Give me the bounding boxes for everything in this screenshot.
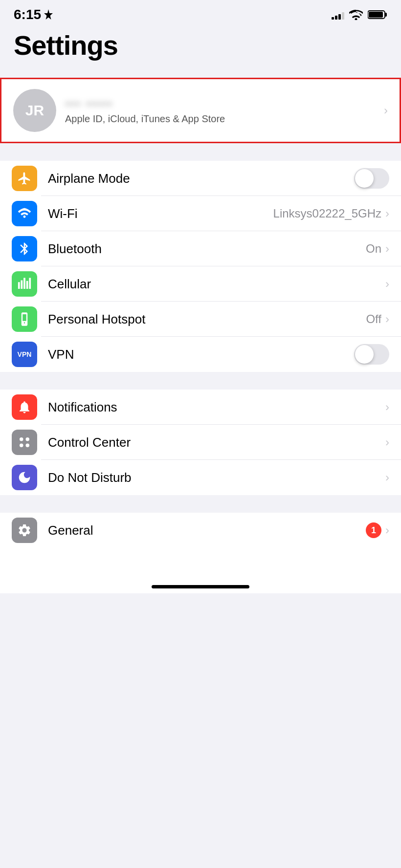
airplane-mode-icon-wrap [12,166,37,191]
control-center-label: Control Center [48,435,385,450]
control-center-chevron: › [385,435,389,449]
profile-name: ••• ••••• [65,96,371,111]
general-row[interactable]: General 1 › [0,513,401,548]
moon-icon [17,470,32,485]
wifi-chevron: › [385,207,389,220]
status-time: 6:15 [14,7,53,22]
wifi-icon [349,9,363,20]
profile-chevron: › [384,104,388,117]
general-chevron: › [385,523,389,537]
general-badge: 1 [366,522,381,538]
home-bar [152,585,249,588]
wifi-settings-icon [17,206,32,221]
svg-rect-2 [369,12,383,18]
bluetooth-label: Bluetooth [48,241,366,257]
avatar: JR [13,89,56,132]
personal-hotspot-row[interactable]: Personal Hotspot Off › [0,302,401,337]
home-indicator [0,577,401,593]
cellular-chevron: › [385,277,389,291]
vpn-knob [355,345,374,364]
bluetooth-value: On [366,242,381,256]
wifi-row[interactable]: Wi-Fi Linksys02222_5GHz › [0,196,401,231]
airplane-mode-label: Airplane Mode [48,171,354,186]
battery-icon [368,9,387,20]
cellular-icon-wrap [12,271,37,297]
gear-icon [17,523,32,538]
svg-rect-1 [385,13,387,17]
status-bar: 6:15 [0,0,401,25]
notifications-icon-wrap [12,394,37,420]
svg-point-3 [20,437,23,441]
control-center-icon [17,435,32,450]
notifications-row[interactable]: Notifications › [0,390,401,425]
cellular-label: Cellular [48,277,385,292]
bluetooth-row[interactable]: Bluetooth On › [0,231,401,266]
cellular-icon [17,277,32,291]
svg-point-6 [26,444,30,448]
profile-row[interactable]: JR ••• ••••• Apple ID, iCloud, iTunes & … [0,78,401,143]
general-label: General [48,523,366,538]
svg-point-4 [26,437,30,441]
status-icons [332,9,387,20]
wifi-label: Wi-Fi [48,206,273,221]
general-icon-wrap [12,518,37,543]
dnd-icon-wrap [12,465,37,490]
airplane-mode-toggle[interactable] [354,168,389,189]
time-label: 6:15 [14,7,41,22]
connectivity-group: Airplane Mode Wi-Fi Linksys02222_5GHz › … [0,161,401,372]
signal-icon [332,10,344,20]
wifi-icon-wrap [12,201,37,226]
vpn-icon-wrap: VPN [12,342,37,367]
vpn-text: VPN [18,350,32,358]
airplane-icon [17,171,32,186]
vpn-toggle[interactable] [354,344,389,365]
general-group: General 1 › [0,513,401,548]
do-not-disturb-row[interactable]: Do Not Disturb › [0,460,401,495]
location-icon [44,9,53,20]
dnd-label: Do Not Disturb [48,470,385,485]
hotspot-chevron: › [385,312,389,326]
airplane-mode-knob [355,169,374,188]
dnd-chevron: › [385,471,389,484]
control-center-row[interactable]: Control Center › [0,425,401,460]
hotspot-icon [17,312,32,326]
bluetooth-icon-wrap [12,236,37,261]
wifi-value: Linksys02222_5GHz [273,207,381,220]
bluetooth-icon [17,241,32,256]
page-title: Settings [14,29,387,61]
bluetooth-chevron: › [385,242,389,256]
system-group: Notifications › Control Center › Do Not … [0,390,401,495]
hotspot-label: Personal Hotspot [48,312,366,327]
svg-point-5 [20,444,23,448]
profile-subtitle: Apple ID, iCloud, iTunes & App Store [65,113,371,125]
notifications-icon [17,400,32,414]
profile-info: ••• ••••• Apple ID, iCloud, iTunes & App… [65,96,371,125]
hotspot-value: Off [366,312,381,326]
notifications-label: Notifications [48,400,385,415]
notifications-chevron: › [385,400,389,414]
hotspot-icon-wrap [12,306,37,332]
vpn-label: VPN [48,347,354,362]
cellular-row[interactable]: Cellular › [0,266,401,302]
vpn-row[interactable]: VPN VPN [0,337,401,372]
control-center-icon-wrap [12,430,37,455]
airplane-mode-row[interactable]: Airplane Mode [0,161,401,196]
page-header: Settings [0,25,401,69]
